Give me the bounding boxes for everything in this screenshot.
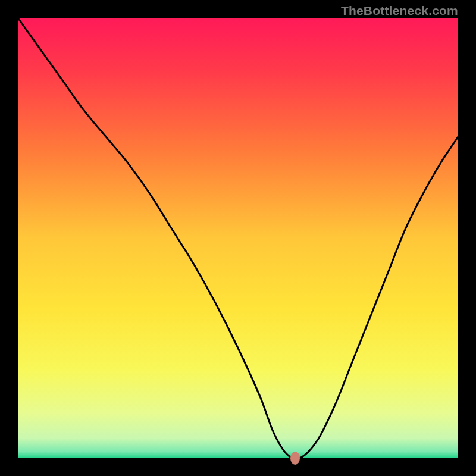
attribution-text: TheBottleneck.com: [341, 4, 458, 18]
optimal-point-marker: [290, 452, 300, 465]
chart-curve: [18, 18, 458, 458]
